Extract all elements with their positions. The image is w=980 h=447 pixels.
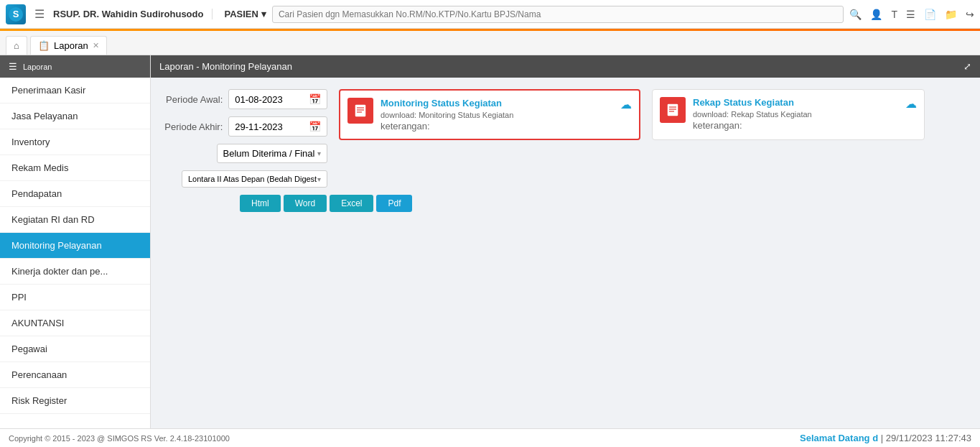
file-icon[interactable]: 📄	[924, 9, 936, 20]
page-title: Laporan - Monitoring Pelayanan	[159, 61, 292, 72]
sidebar-item-inventory[interactable]: Inventory	[0, 129, 150, 155]
app-title: RSUP. DR. Wahidin Sudirohusodo	[53, 9, 213, 19]
monitoring-card-download: download: Monitoring Status Kegiatan	[381, 111, 613, 119]
pasien-label: PASIEN	[224, 9, 258, 19]
content-area: Laporan - Monitoring Pelayanan ⤢ Periode…	[151, 55, 980, 428]
sidebar-item-monitoring-pelayanan[interactable]: Monitoring Pelayanan	[0, 233, 150, 259]
excel-button[interactable]: Excel	[330, 195, 373, 212]
laporan-doc-icon: 📋	[38, 40, 50, 51]
pasien-section: PASIEN ▾	[224, 9, 266, 19]
sidebar-item-rekam-medis[interactable]: Rekam Medis	[0, 155, 150, 181]
form-panel: Periode Awal: 01-08-2023 📅 Periode Akhir…	[162, 89, 327, 212]
footer-separator: |	[881, 433, 886, 443]
folder-icon[interactable]: 📁	[945, 9, 957, 20]
svg-text:S: S	[13, 9, 19, 19]
topbar-actions: 🔍 👤 T ☰ 📄 📁 ↪	[849, 9, 974, 20]
topbar: S ☰ RSUP. DR. Wahidin Sudirohusodo PASIE…	[0, 0, 980, 29]
sidebar-header-title: Laporan	[23, 63, 52, 71]
html-button[interactable]: Html	[240, 195, 281, 212]
pdf-button[interactable]: Pdf	[376, 195, 412, 212]
sidebar-nav: Penerimaan Kasir Jasa Pelayanan Inventor…	[0, 78, 150, 428]
main-layout: ☰ Laporan Penerimaan Kasir Jasa Pelayana…	[0, 55, 980, 428]
sidebar: ☰ Laporan Penerimaan Kasir Jasa Pelayana…	[0, 55, 151, 428]
sidebar-item-ppi[interactable]: PPI	[0, 285, 150, 310]
monitoring-card-body: Monitoring Status Kegiatan download: Mon…	[381, 98, 613, 132]
sidebar-item-risk-register[interactable]: Risk Register	[0, 388, 150, 414]
word-button[interactable]: Word	[284, 195, 327, 212]
rekap-card-title: Rekap Status Kegiatan	[693, 97, 898, 108]
footer-brand: Selamat Datang d	[800, 433, 878, 443]
text-icon[interactable]: T	[891, 9, 897, 20]
app-logo: S	[6, 4, 26, 24]
tab-close-icon[interactable]: ✕	[93, 41, 99, 50]
sidebar-item-kinerja-dokter[interactable]: Kinerja dokter dan pe...	[0, 259, 150, 285]
monitoring-card-title: Monitoring Status Kegiatan	[381, 98, 613, 109]
status-select[interactable]: Belum Diterima / Final ▾	[217, 144, 327, 163]
rekap-status-card[interactable]: Rekap Status Kegiatan download: Rekap St…	[652, 89, 925, 140]
sidebar-item-pegawai[interactable]: Pegawai	[0, 336, 150, 362]
periode-akhir-label: Periode Akhir:	[162, 121, 223, 132]
home-tab[interactable]: ⌂	[6, 36, 27, 55]
periode-awal-value: 01-08-2023	[235, 94, 283, 105]
hamburger-icon[interactable]: ☰	[32, 4, 47, 24]
periode-awal-row: Periode Awal: 01-08-2023 📅	[162, 89, 327, 109]
content-layout: Periode Awal: 01-08-2023 📅 Periode Akhir…	[162, 89, 969, 212]
sidebar-item-kegiatan-ri-rd[interactable]: Kegiatan RI dan RD	[0, 207, 150, 233]
add-user-icon[interactable]: 👤	[870, 9, 882, 20]
periode-akhir-value: 29-11-2023	[235, 121, 283, 132]
sidebar-item-jasa-pelayanan[interactable]: Jasa Pelayanan	[0, 103, 150, 129]
svg-rect-6	[667, 103, 678, 116]
ruangan-select[interactable]: Lontara II Atas Depan (Bedah Digestive &…	[182, 170, 327, 188]
periode-akhir-row: Periode Akhir: 29-11-2023 📅	[162, 116, 327, 137]
sidebar-item-akuntansi[interactable]: AKUNTANSI	[0, 310, 150, 336]
ruangan-dropdown-arrow: ▾	[317, 175, 321, 183]
sidebar-item-perencanaan[interactable]: Perencanaan	[0, 362, 150, 388]
sidebar-item-penerimaan-kasir[interactable]: Penerimaan Kasir	[0, 78, 150, 103]
rekap-card-download-icon[interactable]: ☁	[905, 97, 917, 111]
laporan-tab[interactable]: 📋 Laporan ✕	[30, 36, 107, 55]
calendar-icon-akhir[interactable]: 📅	[309, 121, 321, 132]
rekap-card-icon	[660, 97, 686, 123]
search-icon[interactable]: 🔍	[849, 9, 862, 20]
rekap-card-body: Rekap Status Kegiatan download: Rekap St…	[693, 97, 898, 131]
monitoring-status-card[interactable]: Monitoring Status Kegiatan download: Mon…	[339, 89, 640, 140]
status-dropdown-arrow: ▾	[317, 149, 321, 157]
ruangan-value: Lontara II Atas Depan (Bedah Digestive &	[188, 175, 317, 183]
status-value: Belum Diterima / Final	[223, 148, 315, 159]
periode-awal-label: Periode Awal:	[162, 94, 223, 105]
tabbar: ⌂ 📋 Laporan ✕	[0, 31, 980, 55]
sidebar-menu-icon: ☰	[9, 61, 17, 72]
periode-akhir-input[interactable]: 29-11-2023 📅	[228, 116, 327, 137]
status-row: Belum Diterima / Final ▾	[162, 144, 327, 163]
rekap-card-download: download: Rekap Status Kegiatan	[693, 110, 898, 119]
patient-search-input[interactable]	[272, 6, 844, 23]
laporan-tab-label: Laporan	[54, 40, 88, 51]
monitoring-card-keterangan: keterangan:	[381, 121, 613, 132]
footer-right: Selamat Datang d | 29/11/2023 11:27:43	[800, 433, 971, 443]
expand-icon[interactable]: ⤢	[963, 61, 971, 72]
footer-copyright: Copyright © 2015 - 2023 @ SIMGOS RS Ver.…	[9, 434, 230, 443]
cards-panel: Monitoring Status Kegiatan download: Mon…	[327, 89, 969, 140]
footer-datetime: 29/11/2023 11:27:43	[886, 433, 971, 443]
report-cards-row: Monitoring Status Kegiatan download: Mon…	[339, 89, 969, 140]
calendar-icon-awal[interactable]: 📅	[309, 93, 321, 105]
ruangan-row: Lontara II Atas Depan (Bedah Digestive &…	[162, 170, 327, 188]
svg-rect-2	[355, 104, 366, 117]
export-buttons: Html Word Excel Pdf	[240, 195, 327, 212]
list-icon[interactable]: ☰	[906, 9, 915, 20]
rekap-card-keterangan: keterangan:	[693, 120, 898, 131]
monitoring-card-download-icon[interactable]: ☁	[620, 98, 632, 111]
periode-awal-input[interactable]: 01-08-2023 📅	[228, 89, 327, 109]
page-header: Laporan - Monitoring Pelayanan ⤢	[151, 55, 980, 78]
sidebar-header: ☰ Laporan	[0, 55, 150, 78]
footer: Copyright © 2015 - 2023 @ SIMGOS RS Ver.…	[0, 428, 980, 447]
sidebar-item-pendapatan[interactable]: Pendapatan	[0, 181, 150, 207]
pasien-dropdown-arrow[interactable]: ▾	[261, 9, 266, 19]
monitoring-card-icon	[347, 98, 373, 124]
exit-icon[interactable]: ↪	[966, 9, 974, 20]
